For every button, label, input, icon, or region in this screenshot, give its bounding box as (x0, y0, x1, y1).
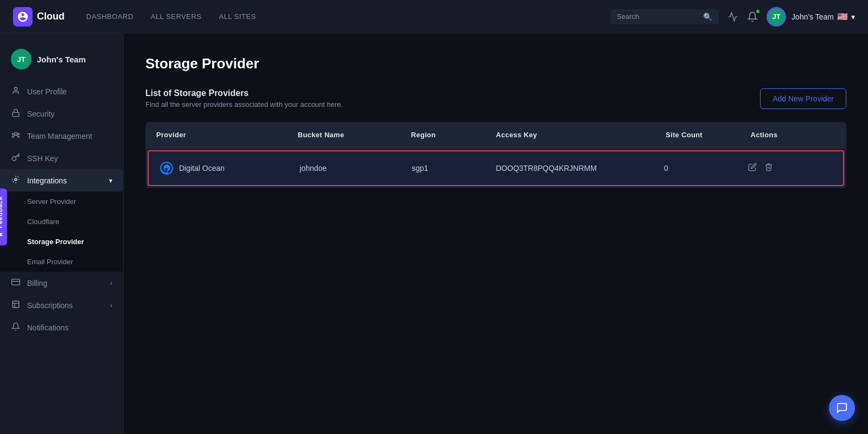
team-management-icon (11, 131, 21, 141)
main-content: Storage Provider List of Storage Provide… (124, 34, 868, 434)
notification-button[interactable] (747, 11, 758, 22)
nav-dashboard[interactable]: DASHBOARD (86, 10, 133, 23)
nav-links: DASHBOARD ALL SERVERS ALL SITES (86, 10, 610, 23)
sidebar-label-notifications: Notifications (27, 323, 112, 332)
sidebar-item-ssh-key[interactable]: SSH Key (0, 147, 123, 169)
subscriptions-icon (11, 300, 21, 310)
cell-access-key: DOOQ3TR8PQQ4KRJNRMM (496, 164, 664, 173)
billing-chevron-icon: › (110, 279, 112, 287)
team-avatar: JT (11, 49, 31, 69)
sidebar-label-security: Security (27, 110, 112, 118)
logo[interactable]: Cloud (13, 7, 65, 27)
sidebar-label-server-provider: Server Provider (27, 197, 112, 206)
search-icon: 🔍 (703, 12, 712, 21)
nav-right: 🔍 JT John's Team 🇺🇸 ▾ (610, 7, 855, 27)
section-header: List of Storage Providers Find all the s… (145, 88, 846, 109)
flag-icon: 🇺🇸 (837, 11, 848, 22)
table-header: Provider Bucket Name Region Access Key S… (145, 122, 846, 148)
cell-bucket-name: johndoe (299, 164, 412, 173)
sidebar: JT John's Team User Profile Security (0, 34, 124, 434)
page-title: Storage Provider (145, 55, 846, 72)
sidebar-team[interactable]: JT John's Team (0, 42, 123, 76)
section-description: List of Storage Providers Find all the s… (145, 88, 343, 108)
table-row: Digital Ocean johndoe sgp1 DOOQ3TR8PQQ4K… (148, 150, 844, 186)
user-name-label: John's Team 🇺🇸 ▾ (792, 11, 855, 22)
nav-all-servers[interactable]: ALL SERVERS (151, 10, 202, 23)
sidebar-item-user-profile[interactable]: User Profile (0, 80, 123, 103)
sidebar-label-subscriptions: Subscriptions (27, 301, 104, 310)
feedback-tab[interactable]: ★ Feedback (0, 189, 7, 246)
sidebar-label-billing: Billing (27, 279, 104, 288)
sidebar-item-server-provider[interactable]: Server Provider (0, 192, 123, 212)
digital-ocean-icon (159, 161, 174, 175)
col-access-key: Access Key (496, 131, 666, 139)
cell-site-count: 0 (664, 164, 748, 173)
svg-point-3 (12, 133, 14, 135)
chat-bubble[interactable] (829, 395, 855, 421)
sidebar-item-notifications[interactable]: Notifications (0, 316, 123, 339)
logo-text: Cloud (37, 11, 65, 22)
user-avatar: JT (767, 7, 786, 27)
billing-icon (11, 278, 21, 288)
section-title: List of Storage Providers (145, 88, 343, 98)
sidebar-item-security[interactable]: Security (0, 103, 123, 125)
providers-table: Provider Bucket Name Region Access Key S… (145, 122, 846, 188)
sidebar-item-billing[interactable]: Billing › (0, 272, 123, 294)
sidebar-item-cloudflare[interactable]: Cloudflare (0, 212, 123, 232)
sidebar-label-storage-provider: Storage Provider (27, 238, 112, 246)
team-name-label: John's Team (37, 55, 86, 64)
user-profile-icon (11, 86, 21, 97)
sidebar-label-user-profile: User Profile (27, 87, 112, 96)
integrations-icon (11, 175, 21, 186)
col-provider: Provider (156, 131, 298, 139)
svg-rect-1 (12, 112, 19, 116)
sidebar-item-email-provider[interactable]: Email Provider (0, 252, 123, 272)
cell-provider: Digital Ocean (159, 161, 299, 175)
edit-icon[interactable] (748, 163, 757, 174)
svg-rect-8 (12, 301, 19, 308)
subscriptions-chevron-icon: › (110, 302, 112, 309)
sidebar-label-cloudflare: Cloudflare (27, 218, 112, 226)
sidebar-label-ssh-key: SSH Key (27, 154, 112, 163)
svg-rect-6 (12, 279, 20, 285)
add-new-provider-button[interactable]: Add New Provider (760, 88, 846, 109)
cell-region: sgp1 (412, 164, 496, 173)
col-actions: Actions (751, 131, 836, 139)
sidebar-item-integrations[interactable]: Integrations ▾ (0, 169, 123, 192)
col-site-count: Site Count (666, 131, 751, 139)
col-bucket-name: Bucket Name (298, 131, 411, 139)
svg-point-2 (14, 132, 17, 135)
sidebar-item-storage-provider[interactable]: Storage Provider (0, 232, 123, 252)
sidebar-submenu-integrations: Server Provider Cloudflare Storage Provi… (0, 192, 123, 272)
sidebar-item-team-management[interactable]: Team Management (0, 125, 123, 147)
chevron-down-icon: ▾ (851, 12, 855, 21)
pulse-button[interactable] (727, 11, 738, 22)
svg-point-4 (18, 133, 20, 135)
sidebar-label-team-management: Team Management (27, 132, 112, 141)
sidebar-item-subscriptions[interactable]: Subscriptions › (0, 294, 123, 316)
search-box[interactable]: 🔍 (610, 9, 719, 24)
security-icon (11, 108, 21, 119)
sidebar-label-email-provider: Email Provider (27, 258, 112, 266)
integrations-chevron-icon: ▾ (109, 177, 112, 184)
cell-actions (748, 163, 832, 174)
search-input[interactable] (617, 12, 699, 21)
notifications-icon (11, 322, 21, 333)
nav-all-sites[interactable]: ALL SITES (219, 10, 256, 23)
feedback-star-icon: ★ (0, 232, 4, 238)
section-subtitle: Find all the server providers associated… (145, 100, 343, 108)
notification-badge (756, 9, 760, 14)
svg-point-0 (14, 87, 17, 90)
user-menu[interactable]: JT John's Team 🇺🇸 ▾ (767, 7, 855, 27)
sidebar-label-integrations: Integrations (27, 176, 103, 185)
logo-icon (13, 7, 33, 27)
ssh-key-icon (11, 153, 21, 163)
topnav: Cloud DASHBOARD ALL SERVERS ALL SITES 🔍 … (0, 0, 868, 34)
svg-point-5 (15, 178, 17, 181)
delete-icon[interactable] (764, 163, 773, 174)
provider-name: Digital Ocean (179, 164, 225, 173)
col-region: Region (411, 131, 496, 139)
